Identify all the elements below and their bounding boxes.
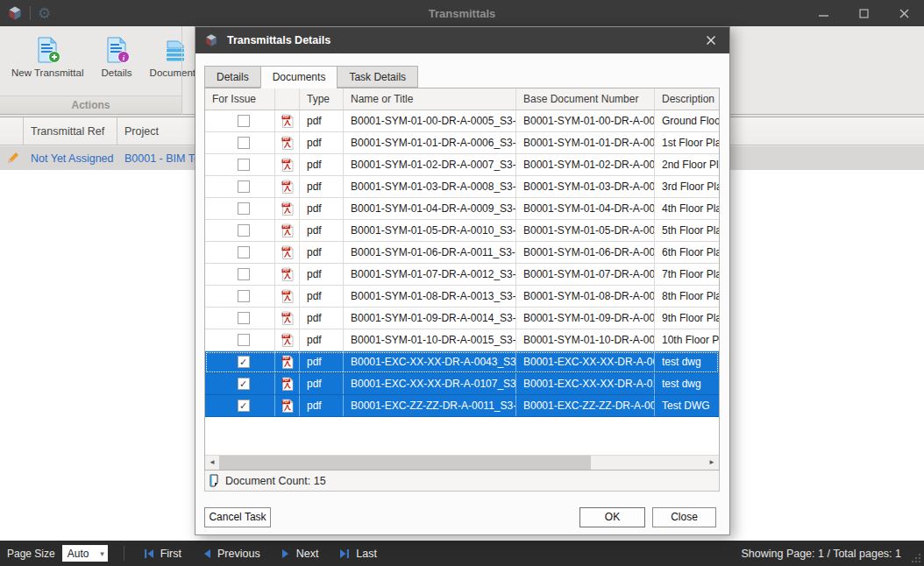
document-row[interactable]: PDF pdf B0001-SYM-01-03-DR-A-0008_S3-P01… — [205, 176, 719, 198]
gear-icon[interactable]: ⚙ — [38, 6, 51, 21]
type-cell: pdf — [300, 176, 344, 197]
last-page-button[interactable]: Last — [329, 541, 387, 566]
for-issue-checkbox[interactable] — [238, 159, 250, 171]
document-row[interactable]: PDF pdf B0001-SYM-01-06-DR-A-0011_S3-P01… — [205, 242, 719, 264]
col-base-document-number[interactable]: Base Document Number — [516, 88, 655, 110]
transmittal-ref-value[interactable]: Not Yet Assigned — [24, 152, 117, 165]
statusbar-separator — [124, 546, 124, 561]
scroll-left-icon[interactable]: ◄ — [205, 456, 219, 470]
file-icon-cell: PDF — [275, 286, 300, 307]
first-page-button[interactable]: First — [133, 541, 192, 566]
col-description[interactable]: Description — [655, 88, 719, 110]
type-cell: pdf — [300, 308, 344, 329]
for-issue-checkbox[interactable] — [238, 202, 250, 215]
ribbon-group-divider — [181, 26, 182, 115]
for-issue-checkbox[interactable] — [238, 224, 250, 237]
document-row[interactable]: PDF pdf B0001-SYM-01-00-DR-A-0005_S3-P01… — [205, 110, 719, 132]
page-size-select[interactable]: Auto ▾ — [62, 545, 108, 562]
for-issue-checkbox[interactable] — [238, 180, 250, 193]
cancel-task-button[interactable]: Cancel Task — [204, 507, 271, 527]
document-row[interactable]: PDF pdf B0001-SYM-01-10-DR-A-0015_S3-P02… — [205, 329, 719, 351]
document-row[interactable]: PDF pdf B0001-EXC-ZZ-ZZ-DR-A-0011_S3-P03… — [205, 395, 719, 417]
svg-text:PDF: PDF — [282, 335, 288, 338]
for-issue-checkbox[interactable] — [238, 268, 250, 280]
transmittals-details-dialog: Transmittals Details Details Documents T… — [195, 26, 730, 535]
for-issue-checkbox[interactable] — [238, 290, 250, 302]
svg-text:PDF: PDF — [282, 357, 288, 360]
col-name-or-title[interactable]: Name or Title — [344, 88, 516, 110]
for-issue-cell — [205, 176, 275, 197]
file-icon-cell: PDF — [275, 198, 300, 219]
next-page-button[interactable]: Next — [271, 541, 330, 566]
description-cell: 8th Floor Plan — [655, 286, 719, 307]
document-row[interactable]: PDF pdf B0001-SYM-01-02-DR-A-0007_S3-P01… — [205, 154, 719, 176]
document-row[interactable]: PDF pdf B0001-EXC-XX-XX-DR-A-0043_S3-P02… — [205, 351, 719, 373]
for-issue-checkbox[interactable] — [238, 378, 250, 390]
svg-text:PDF: PDF — [282, 400, 288, 404]
for-issue-checkbox[interactable] — [238, 312, 250, 324]
for-issue-checkbox[interactable] — [238, 356, 250, 368]
pdf-file-icon: PDF — [281, 377, 294, 391]
dialog-close-button[interactable] — [696, 27, 726, 53]
document-row[interactable]: PDF pdf B0001-SYM-01-09-DR-A-0014_S3-P02… — [205, 308, 719, 329]
file-icon-cell: PDF — [275, 329, 300, 350]
maximize-icon — [859, 9, 869, 18]
col-type[interactable]: Type — [300, 88, 344, 110]
for-issue-checkbox[interactable] — [238, 334, 250, 346]
col-file-icon[interactable] — [275, 88, 300, 110]
pdf-file-icon: PDF — [281, 180, 294, 194]
ribbon-group-actions: Actions — [0, 96, 181, 114]
description-cell: 9th Floor Plan — [655, 308, 719, 329]
maximize-button[interactable] — [843, 0, 884, 26]
for-issue-checkbox[interactable] — [238, 115, 250, 127]
last-label: Last — [356, 548, 377, 560]
tab-task-details[interactable]: Task Details — [337, 66, 418, 88]
previous-label: Previous — [217, 548, 260, 560]
file-icon-cell: PDF — [275, 308, 300, 329]
for-issue-checkbox[interactable] — [238, 246, 250, 258]
base-document-number-cell: B0001-SYM-01-08-DR-A-0013 — [516, 286, 655, 307]
tab-documents[interactable]: Documents — [260, 66, 338, 88]
minimize-button[interactable] — [803, 0, 843, 26]
new-transmittal-label: New Transmittal — [11, 67, 83, 78]
for-issue-checkbox[interactable] — [238, 400, 250, 412]
new-transmittal-button[interactable]: New Transmittal — [5, 33, 89, 81]
col-for-issue[interactable]: For Issue — [205, 88, 275, 110]
name-or-title-cell: B0001-SYM-01-06-DR-A-0011_S3-P01 — [344, 242, 516, 263]
file-icon-cell: PDF — [275, 242, 300, 263]
documents-stack-icon — [161, 36, 189, 64]
horizontal-scrollbar[interactable]: ◄ ► — [205, 455, 719, 470]
document-info-icon: i — [103, 36, 131, 64]
document-row[interactable]: PDF pdf B0001-SYM-01-01-DR-A-0006_S3-P01… — [205, 132, 719, 154]
file-icon-cell: PDF — [275, 395, 300, 416]
svg-text:PDF: PDF — [282, 313, 288, 316]
close-button[interactable] — [884, 0, 924, 26]
previous-page-button[interactable]: Previous — [192, 541, 271, 566]
document-row[interactable]: PDF pdf B0001-SYM-01-08-DR-A-0013_S3-P02… — [205, 286, 719, 308]
for-issue-checkbox[interactable] — [238, 137, 250, 149]
close-dialog-button[interactable]: Close — [652, 507, 716, 527]
type-cell: pdf — [300, 198, 344, 219]
grid-header-icon-column[interactable] — [0, 117, 24, 145]
resize-grip-icon[interactable] — [910, 552, 921, 563]
chevron-down-icon: ▾ — [100, 549, 104, 558]
file-icon-cell: PDF — [275, 154, 300, 175]
pdf-file-icon: PDF — [281, 399, 294, 413]
pdf-file-icon: PDF — [281, 289, 294, 303]
scrollbar-track[interactable] — [219, 456, 705, 470]
scroll-right-icon[interactable]: ► — [705, 456, 719, 470]
scrollbar-thumb[interactable] — [219, 456, 591, 470]
description-cell: 4th Floor Plan — [655, 198, 719, 219]
document-row[interactable]: PDF pdf B0001-SYM-01-05-DR-A-0010_S3-P01… — [205, 220, 719, 242]
pdf-file-icon: PDF — [281, 136, 294, 150]
document-row[interactable]: PDF pdf B0001-EXC-XX-XX-DR-A-0107_S3-P02… — [205, 373, 719, 395]
document-row[interactable]: PDF pdf B0001-SYM-01-07-DR-A-0012_S3-P01… — [205, 264, 719, 286]
details-button[interactable]: i Details — [95, 33, 138, 81]
grid-header-transmittal-ref[interactable]: Transmittal Ref — [24, 117, 117, 145]
ok-button[interactable]: OK — [579, 507, 645, 527]
tab-details[interactable]: Details — [204, 66, 260, 88]
document-row[interactable]: PDF pdf B0001-SYM-01-04-DR-A-0009_S3-P01… — [205, 198, 719, 220]
file-icon-cell: PDF — [275, 220, 300, 241]
svg-text:PDF: PDF — [282, 116, 288, 119]
description-cell: 3rd Floor Plan — [655, 176, 719, 197]
